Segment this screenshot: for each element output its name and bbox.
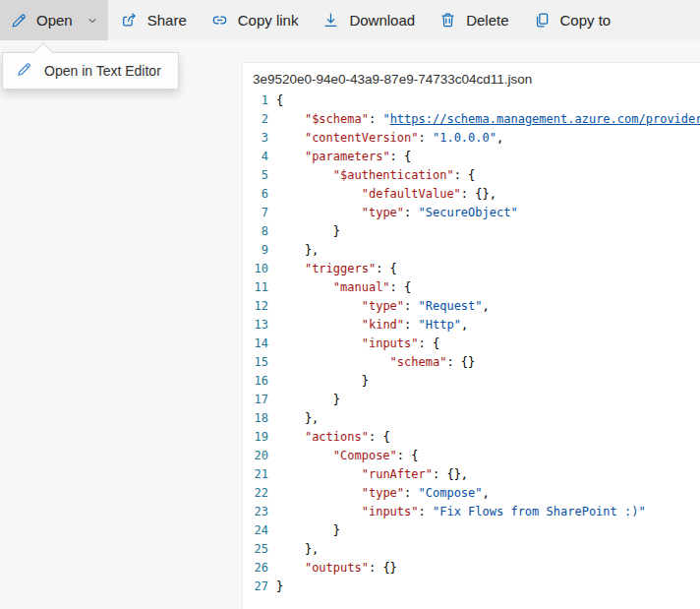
copy-link-button[interactable]: Copy link bbox=[199, 0, 311, 40]
code-line: 13 "kind": "Http", bbox=[243, 316, 700, 335]
code-line: 1{ bbox=[243, 91, 700, 110]
code-text: "type": "SecureObject" bbox=[268, 204, 518, 222]
line-number: 9 bbox=[243, 241, 268, 260]
code-text: "$schema": "https://schema.management.az… bbox=[268, 110, 700, 129]
code-line: 26 "outputs": {} bbox=[243, 559, 700, 578]
code-text: "defaultValue": {}, bbox=[268, 185, 496, 204]
code-line: 25 }, bbox=[243, 540, 700, 559]
line-number: 25 bbox=[243, 540, 268, 559]
code-text: "type": "Compose", bbox=[268, 484, 490, 503]
copy-link-button-label: Copy link bbox=[238, 12, 299, 29]
line-number: 18 bbox=[243, 409, 268, 428]
line-number: 11 bbox=[243, 278, 268, 297]
code-text: } bbox=[268, 222, 340, 241]
code-text: } bbox=[268, 391, 340, 409]
menu-item-label: Open in Text Editor bbox=[44, 63, 161, 79]
code-text: "type": "Request", bbox=[268, 297, 490, 316]
menu-item-open-in-text-editor[interactable]: Open in Text Editor bbox=[3, 53, 178, 89]
code-text: "runAfter": {}, bbox=[268, 465, 468, 484]
code-line: 15 "schema": {} bbox=[243, 353, 700, 372]
download-button[interactable]: Download bbox=[310, 0, 427, 40]
schema-url-link[interactable]: https://schema.management.azure.com/prov… bbox=[390, 112, 700, 126]
line-number: 15 bbox=[243, 353, 268, 372]
line-number: 4 bbox=[243, 148, 268, 166]
code-line: 11 "manual": { bbox=[243, 278, 700, 297]
code-line: 23 "inputs": "Fix Flows from SharePoint … bbox=[243, 503, 700, 521]
line-number: 26 bbox=[243, 559, 268, 578]
download-button-label: Download bbox=[349, 12, 415, 29]
code-text: "parameters": { bbox=[268, 148, 411, 166]
delete-icon bbox=[438, 11, 457, 30]
open-dropdown-menu: Open in Text Editor bbox=[2, 52, 179, 90]
code-text: "inputs": "Fix Flows from SharePoint :)" bbox=[268, 503, 646, 521]
line-number: 1 bbox=[243, 91, 268, 110]
code-line: 12 "type": "Request", bbox=[243, 297, 700, 316]
line-number: 20 bbox=[243, 447, 268, 465]
code-text: } bbox=[268, 521, 340, 540]
code-text: } bbox=[268, 372, 369, 391]
code-line: 14 "inputs": { bbox=[243, 335, 700, 353]
share-button-label: Share bbox=[147, 12, 187, 29]
file-preview-panel: 3e9520e0-94e0-43a9-87e9-74733c04cd11.jso… bbox=[242, 62, 700, 609]
code-line: 5 "$authentication": { bbox=[243, 166, 700, 185]
code-line: 20 "Compose": { bbox=[243, 447, 700, 465]
code-line: 22 "type": "Compose", bbox=[243, 484, 700, 503]
line-number: 8 bbox=[243, 222, 268, 241]
code-text: "actions": { bbox=[268, 428, 390, 447]
code-line: 19 "actions": { bbox=[243, 428, 700, 447]
line-number: 14 bbox=[243, 335, 268, 353]
open-button-label: Open bbox=[36, 12, 73, 29]
copy-to-button-label: Copy to bbox=[560, 12, 612, 29]
code-text: "outputs": {} bbox=[268, 559, 397, 578]
command-bar: Open Share Copy link bbox=[0, 0, 700, 40]
pencil-icon bbox=[16, 61, 32, 81]
line-number: 6 bbox=[243, 185, 268, 204]
code-text: }, bbox=[268, 409, 319, 428]
line-number: 7 bbox=[243, 204, 268, 222]
link-icon bbox=[210, 11, 229, 30]
copy-icon bbox=[533, 11, 552, 30]
download-icon bbox=[321, 11, 340, 30]
code-text: "kind": "Http", bbox=[268, 316, 468, 335]
code-line: 6 "defaultValue": {}, bbox=[243, 185, 700, 204]
line-number: 16 bbox=[243, 372, 268, 391]
line-number: 3 bbox=[243, 129, 268, 148]
code-text: "Compose": { bbox=[268, 447, 419, 465]
line-number: 12 bbox=[243, 297, 268, 316]
code-text: "manual": { bbox=[268, 278, 411, 297]
line-number: 10 bbox=[243, 260, 268, 278]
code-line: 4 "parameters": { bbox=[243, 148, 700, 166]
code-text: "contentVersion": "1.0.0.0", bbox=[268, 129, 503, 148]
line-number: 21 bbox=[243, 465, 268, 484]
line-number: 24 bbox=[243, 521, 268, 540]
file-name: 3e9520e0-94e0-43a9-87e9-74733c04cd11.jso… bbox=[243, 63, 700, 91]
code-text: }, bbox=[268, 241, 319, 260]
code-text: } bbox=[268, 578, 283, 596]
line-number: 19 bbox=[243, 428, 268, 447]
line-number: 2 bbox=[243, 110, 268, 129]
code-line: 17 } bbox=[243, 391, 700, 409]
line-number: 5 bbox=[243, 166, 268, 185]
code-text: "inputs": { bbox=[268, 335, 439, 353]
code-text: "triggers": { bbox=[268, 260, 397, 278]
share-button[interactable]: Share bbox=[108, 0, 199, 40]
code-line: 7 "type": "SecureObject" bbox=[243, 204, 700, 222]
code-text: { bbox=[268, 91, 283, 110]
code-text: "$authentication": { bbox=[268, 166, 475, 185]
line-number: 22 bbox=[243, 484, 268, 503]
delete-button-label: Delete bbox=[466, 12, 508, 29]
chevron-down-icon bbox=[87, 15, 98, 27]
code-editor[interactable]: 1{2 "$schema": "https://schema.managemen… bbox=[243, 91, 700, 596]
pencil-icon bbox=[10, 12, 28, 30]
line-number: 27 bbox=[243, 578, 268, 596]
line-number: 17 bbox=[243, 391, 268, 409]
code-line: 8 } bbox=[243, 222, 700, 241]
open-button[interactable]: Open bbox=[0, 0, 108, 40]
code-line: 21 "runAfter": {}, bbox=[243, 465, 700, 484]
delete-button[interactable]: Delete bbox=[427, 0, 520, 40]
code-text: "schema": {} bbox=[268, 353, 475, 372]
code-text: }, bbox=[268, 540, 319, 559]
copy-to-button[interactable]: Copy to bbox=[521, 0, 623, 40]
code-line: 3 "contentVersion": "1.0.0.0", bbox=[243, 129, 700, 148]
code-line: 9 }, bbox=[243, 241, 700, 260]
